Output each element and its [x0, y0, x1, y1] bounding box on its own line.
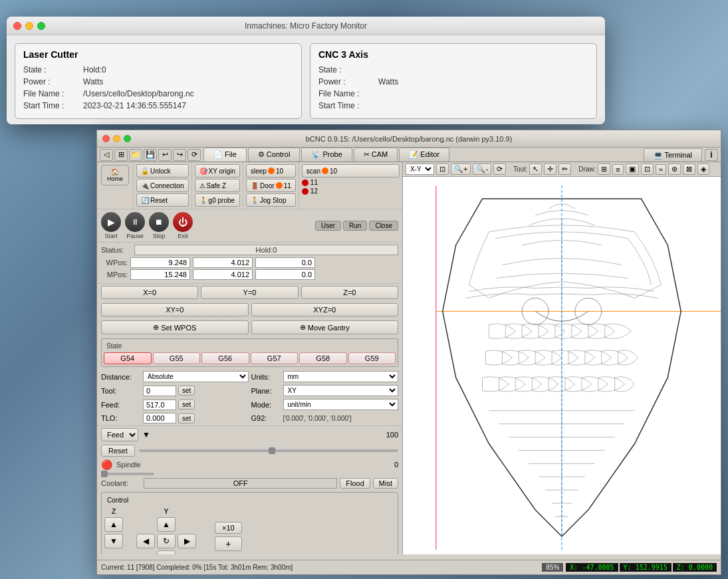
tool-input[interactable]	[143, 386, 176, 396]
y-center-button[interactable]: ↻	[157, 534, 176, 548]
tab-editor[interactable]: 📝 Editor	[399, 148, 449, 162]
g57-button[interactable]: G57	[251, 352, 299, 364]
laser-state-value: Hold:0	[83, 65, 106, 74]
door-button[interactable]: 🚪 Door 11	[246, 179, 296, 192]
z-up-button[interactable]: ▲	[104, 517, 123, 532]
tab-file[interactable]: 📄 File	[203, 148, 247, 162]
toolbar-icon-btn[interactable]: ⊞	[114, 149, 128, 161]
tool-set-button[interactable]: set	[178, 386, 195, 396]
plus-button[interactable]: +	[215, 536, 242, 551]
bcnc-min-dot[interactable]	[113, 135, 120, 142]
units-select[interactable]: mm	[283, 371, 399, 382]
mode-select[interactable]: unit/min	[283, 399, 399, 410]
bcnc-close-dot[interactable]	[102, 135, 110, 142]
z0-button[interactable]: Z=0	[301, 286, 398, 299]
toolbar-refresh-btn[interactable]: ⟳	[187, 149, 201, 161]
g59-button[interactable]: G59	[348, 352, 396, 364]
rotate-button[interactable]: ⟳	[493, 164, 506, 175]
exit-button[interactable]: ⏻	[173, 212, 193, 232]
zoom-fit-button[interactable]: ⊡	[436, 164, 449, 175]
unlock-button[interactable]: 🔓 Unlock	[136, 164, 189, 177]
bcnc-max-dot[interactable]	[124, 135, 131, 142]
mist-button[interactable]: Mist	[373, 478, 398, 489]
status-row: Status: Hold:0	[101, 245, 398, 255]
draw-lines-button[interactable]: ≡	[612, 164, 623, 175]
spindle-slider[interactable]	[101, 473, 154, 475]
connection-button[interactable]: 🔌 Connection	[136, 179, 189, 192]
info-btn[interactable]: i	[705, 149, 718, 161]
x-right-button[interactable]: ▶	[178, 534, 196, 548]
view-select[interactable]: X-Y	[406, 164, 434, 175]
jog-stop-button[interactable]: 🚶 Jog Stop	[246, 193, 296, 207]
toolbar-redo-btn[interactable]: ↪	[173, 149, 186, 161]
draw-option8-button[interactable]: ◈	[697, 164, 709, 175]
tab-control[interactable]: ⚙ Control	[248, 148, 301, 162]
flood-button[interactable]: Flood	[340, 478, 370, 489]
tool-edit-button[interactable]: ✏	[558, 164, 571, 175]
start-button[interactable]: ▶	[101, 212, 121, 232]
scan-button[interactable]: scan 10	[302, 164, 400, 177]
g56-button[interactable]: G56	[201, 352, 249, 364]
reset-feed-button[interactable]: Reset	[101, 445, 135, 457]
g58-button[interactable]: G58	[299, 352, 347, 364]
feed-type-select[interactable]: Feed	[101, 428, 138, 441]
z-down-button[interactable]: ▼	[104, 534, 123, 548]
toolbar-back-btn[interactable]: ◁	[100, 149, 113, 161]
y-up-button[interactable]: ▲	[157, 517, 176, 532]
ind11-dot	[302, 179, 308, 186]
tlo-set-button[interactable]: set	[178, 413, 195, 423]
mult-button[interactable]: ×10	[215, 522, 242, 534]
xyz0-button[interactable]: XYZ=0	[251, 303, 399, 316]
toolbar-save-btn[interactable]: 💾	[144, 149, 157, 161]
tlo-input[interactable]	[143, 413, 176, 423]
y-down-button[interactable]: ▼	[157, 550, 176, 554]
tool-select-button[interactable]: ↖	[529, 164, 542, 175]
wpos-y: 4.012	[193, 257, 253, 268]
label-sections: User Run Close	[315, 221, 398, 231]
plane-select[interactable]: XY	[283, 385, 399, 396]
min-dot[interactable]	[25, 22, 33, 30]
cnc-state-label: State :	[318, 65, 378, 74]
close-dot[interactable]	[13, 22, 21, 30]
set-wpos-button[interactable]: ⊕ Set WPOS	[101, 320, 249, 334]
distance-select[interactable]: Absolute	[143, 371, 249, 382]
g55-button[interactable]: G55	[153, 352, 201, 364]
xy-origin-button[interactable]: 🎯 XY origin	[195, 164, 240, 177]
xy0-button[interactable]: XY=0	[101, 303, 249, 316]
draw-option4-button[interactable]: ⊡	[641, 164, 654, 175]
max-dot[interactable]	[37, 22, 45, 30]
draw-filled-button[interactable]: ▣	[626, 164, 639, 175]
draw-grid-button[interactable]: ⊞	[598, 164, 610, 175]
draw-option6-button[interactable]: ⊛	[668, 164, 681, 175]
sleep-button[interactable]: sleep 10	[246, 164, 296, 177]
draw-option7-button[interactable]: ⊠	[683, 164, 695, 175]
x-left-button[interactable]: ◀	[136, 534, 155, 548]
home-button[interactable]: 🏠 Home	[101, 165, 129, 185]
pause-button[interactable]: ⏸	[125, 212, 145, 232]
tool-move-button[interactable]: ✛	[544, 164, 556, 175]
feed-control-row: Feed ▼ 100	[97, 425, 402, 443]
reset-button[interactable]: 🔄 Reset	[136, 193, 189, 207]
tab-terminal[interactable]: 💻 Terminal	[644, 148, 702, 162]
feed-slider[interactable]	[139, 449, 398, 452]
draw-option5-button[interactable]: ≈	[656, 164, 666, 175]
home-icon: 🏠	[111, 168, 119, 175]
y0-button[interactable]: Y=0	[201, 286, 298, 299]
tab-cam[interactable]: ✂ CAM	[354, 148, 398, 162]
feed-set-button[interactable]: set	[178, 400, 195, 409]
toolbar-undo-btn[interactable]: ↩	[158, 149, 172, 161]
move-gantry-button[interactable]: ⊕ Move Gantry	[251, 320, 399, 334]
safe-z-button[interactable]: ⚠ Safe Z	[195, 179, 240, 192]
stop-button[interactable]: ⏹	[149, 212, 169, 232]
z-axis-label: Z	[112, 507, 116, 515]
x0-button[interactable]: X=0	[101, 286, 198, 299]
cnc-filename-label: File Name :	[318, 89, 378, 98]
g54-button[interactable]: G54	[104, 352, 152, 364]
zoom-in-button[interactable]: 🔍+	[451, 164, 471, 175]
g0probe-button[interactable]: 🚶 g0 probe	[195, 193, 240, 207]
zoom-out-button[interactable]: 🔍-	[473, 164, 491, 175]
toolbar-folder-btn[interactable]: 📁	[129, 149, 142, 161]
plane-row: Plane: XY	[251, 385, 399, 396]
tab-probe[interactable]: 📡 Probe	[301, 148, 352, 162]
feed-input[interactable]	[143, 400, 176, 410]
